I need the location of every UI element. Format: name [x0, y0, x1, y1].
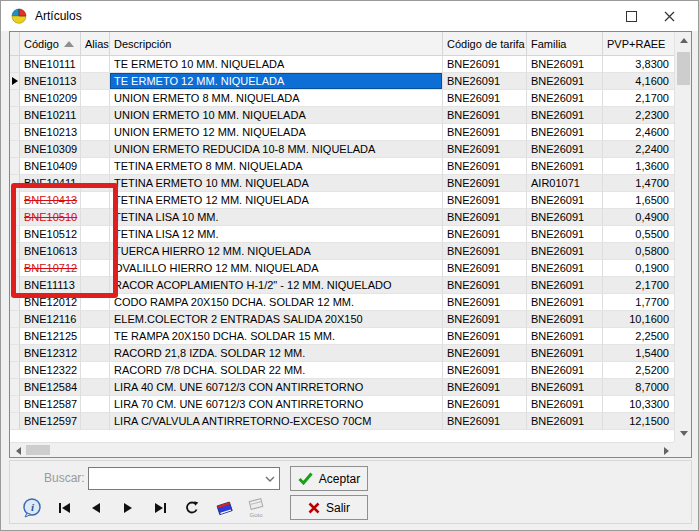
table-row[interactable]: BNE12012 CODO RAMPA 20X150 DCHA. SOLDAR … — [10, 294, 674, 311]
cell-familia[interactable]: BNE26091 — [527, 396, 603, 413]
column-header-familia[interactable]: Familia — [527, 32, 603, 55]
cell-alias[interactable] — [81, 243, 110, 260]
cell-pvp-raee[interactable]: 2,5200 — [603, 362, 674, 379]
cell-codigo-de-tarifa[interactable]: BNE26091 — [443, 328, 527, 345]
search-combobox[interactable] — [88, 467, 280, 490]
cell-descripcion[interactable]: LIRA 70 CM. UNE 60712/3 CON ANTIRRETORNO — [110, 396, 443, 413]
cell-codigo[interactable]: BNE10411 — [20, 175, 81, 192]
cell-alias[interactable] — [81, 107, 110, 124]
cell-codigo-de-tarifa[interactable]: BNE26091 — [443, 90, 527, 107]
cell-alias[interactable] — [81, 175, 110, 192]
cell-familia[interactable]: BNE26091 — [527, 277, 603, 294]
cell-descripcion[interactable]: TUERCA HIERRO 12 MM. NIQUELADA — [110, 243, 443, 260]
cell-codigo[interactable]: BNE12322 — [20, 362, 81, 379]
cell-codigo-de-tarifa[interactable]: BNE26091 — [443, 260, 527, 277]
info-button[interactable]: i — [16, 494, 48, 522]
cell-codigo[interactable]: BNE12597 — [20, 413, 81, 430]
previous-record-button[interactable] — [80, 494, 112, 522]
cell-alias[interactable] — [81, 277, 110, 294]
cell-pvp-raee[interactable]: 0,4900 — [603, 209, 674, 226]
cell-alias[interactable] — [81, 379, 110, 396]
cell-codigo[interactable]: BNE10510 — [20, 209, 81, 226]
cell-codigo-de-tarifa[interactable]: BNE26091 — [443, 294, 527, 311]
cell-descripcion[interactable]: ELEM.COLECTOR 2 ENTRADAS SALIDA 20X150 — [110, 311, 443, 328]
column-header-alias[interactable]: Alias — [81, 32, 110, 55]
cell-familia[interactable]: AIR01071 — [527, 175, 603, 192]
cell-descripcion[interactable]: UNION ERMETO 12 MM. NIQUELADA — [110, 124, 443, 141]
exit-button[interactable]: Salir — [290, 495, 368, 520]
cell-descripcion[interactable]: TETINA LISA 10 MM. — [110, 209, 443, 226]
table-row[interactable]: BNE10413 TETINA ERMETO 12 MM. NIQUELADA … — [10, 192, 674, 209]
cell-codigo[interactable]: BNE10309 — [20, 141, 81, 158]
cell-descripcion[interactable]: RACORD 7/8 DCHA. SOLDAR 22 MM. — [110, 362, 443, 379]
cell-pvp-raee[interactable]: 8,7000 — [603, 379, 674, 396]
cell-alias[interactable] — [81, 73, 110, 90]
maximize-button[interactable] — [612, 1, 650, 31]
cell-codigo[interactable]: BNE12012 — [20, 294, 81, 311]
cell-alias[interactable] — [81, 192, 110, 209]
cell-descripcion[interactable]: UNION ERMETO 10 MM. NIQUELADA — [110, 107, 443, 124]
cell-familia[interactable]: BNE26091 — [527, 124, 603, 141]
cell-alias[interactable] — [81, 90, 110, 107]
cell-codigo-de-tarifa[interactable]: BNE26091 — [443, 413, 527, 430]
table-row[interactable]: BNE12125 TE RAMPA 20X150 DCHA. SOLDAR 15… — [10, 328, 674, 345]
cell-pvp-raee[interactable]: 1,4700 — [603, 175, 674, 192]
cell-alias[interactable] — [81, 158, 110, 175]
cell-codigo[interactable]: BNE11113 — [20, 277, 81, 294]
last-record-button[interactable] — [144, 494, 176, 522]
cell-pvp-raee[interactable]: 10,3300 — [603, 396, 674, 413]
column-header-pvp-raee[interactable]: PVP+RAEE — [603, 32, 674, 55]
cell-codigo-de-tarifa[interactable]: BNE26091 — [443, 158, 527, 175]
horizontal-scrollbar[interactable] — [10, 442, 674, 457]
cell-descripcion[interactable]: TE RAMPA 20X150 DCHA. SOLDAR 15 MM. — [110, 328, 443, 345]
cell-familia[interactable]: BNE26091 — [527, 362, 603, 379]
cell-descripcion[interactable]: TETINA ERMETO 12 MM. NIQUELADA — [110, 192, 443, 209]
cell-pvp-raee[interactable]: 3,8300 — [603, 56, 674, 73]
cell-codigo-de-tarifa[interactable]: BNE26091 — [443, 277, 527, 294]
cell-codigo[interactable]: BNE10512 — [20, 226, 81, 243]
cell-codigo-de-tarifa[interactable]: BNE26091 — [443, 379, 527, 396]
cell-descripcion[interactable]: RACORD 21,8 IZDA. SOLDAR 12 MM. — [110, 345, 443, 362]
cell-alias[interactable] — [81, 260, 110, 277]
cell-familia[interactable]: BNE26091 — [527, 90, 603, 107]
cell-familia[interactable]: BNE26091 — [527, 413, 603, 430]
cell-descripcion[interactable]: TE ERMETO 10 MM. NIQUELADA — [110, 56, 443, 73]
cell-familia[interactable]: BNE26091 — [527, 226, 603, 243]
scroll-right-button[interactable] — [658, 443, 674, 458]
cell-codigo[interactable]: BNE10712 — [20, 260, 81, 277]
cell-familia[interactable]: BNE26091 — [527, 345, 603, 362]
cell-pvp-raee[interactable]: 0,5800 — [603, 243, 674, 260]
table-row[interactable]: BNE10510 TETINA LISA 10 MM. BNE26091 BNE… — [10, 209, 674, 226]
cell-pvp-raee[interactable]: 2,2400 — [603, 141, 674, 158]
table-row[interactable]: BNE12584 LIRA 40 CM. UNE 60712/3 CON ANT… — [10, 379, 674, 396]
cell-codigo[interactable]: BNE10613 — [20, 243, 81, 260]
table-row[interactable]: BNE12322 RACORD 7/8 DCHA. SOLDAR 22 MM. … — [10, 362, 674, 379]
cell-descripcion[interactable]: UNION ERMETO REDUCIDA 10-8 MM. NIQUELADA — [110, 141, 443, 158]
cell-pvp-raee[interactable]: 1,5400 — [603, 345, 674, 362]
cell-alias[interactable] — [81, 328, 110, 345]
cell-codigo-de-tarifa[interactable]: BNE26091 — [443, 192, 527, 209]
cell-descripcion[interactable]: TETINA ERMETO 8 MM. NIQUELADA — [110, 158, 443, 175]
cell-codigo-de-tarifa[interactable]: BNE26091 — [443, 226, 527, 243]
cell-alias[interactable] — [81, 294, 110, 311]
cell-familia[interactable]: BNE26091 — [527, 294, 603, 311]
cell-familia[interactable]: BNE26091 — [527, 311, 603, 328]
scroll-up-button[interactable] — [675, 32, 692, 49]
cell-codigo-de-tarifa[interactable]: BNE26091 — [443, 107, 527, 124]
table-row[interactable]: BNE11113 RACOR ACOPLAMIENTO H-1/2" - 12 … — [10, 277, 674, 294]
scroll-left-button[interactable] — [10, 443, 26, 458]
cell-familia[interactable]: BNE26091 — [527, 56, 603, 73]
cell-codigo[interactable]: BNE12116 — [20, 311, 81, 328]
horizontal-scrollbar-thumb[interactable] — [26, 445, 50, 455]
cell-codigo[interactable]: BNE10413 — [20, 192, 81, 209]
cell-descripcion[interactable]: UNION ERMETO 8 MM. NIQUELADA — [110, 90, 443, 107]
cell-codigo-de-tarifa[interactable]: BNE26091 — [443, 311, 527, 328]
cell-pvp-raee[interactable]: 0,1900 — [603, 260, 674, 277]
cell-codigo[interactable]: BNE12584 — [20, 379, 81, 396]
cell-familia[interactable]: BNE26091 — [527, 158, 603, 175]
table-row[interactable]: BNE10209 UNION ERMETO 8 MM. NIQUELADA BN… — [10, 90, 674, 107]
table-row[interactable]: BNE10213 UNION ERMETO 12 MM. NIQUELADA B… — [10, 124, 674, 141]
cell-pvp-raee[interactable]: 2,4600 — [603, 124, 674, 141]
cell-familia[interactable]: BNE26091 — [527, 209, 603, 226]
cell-codigo[interactable]: BNE10111 — [20, 56, 81, 73]
